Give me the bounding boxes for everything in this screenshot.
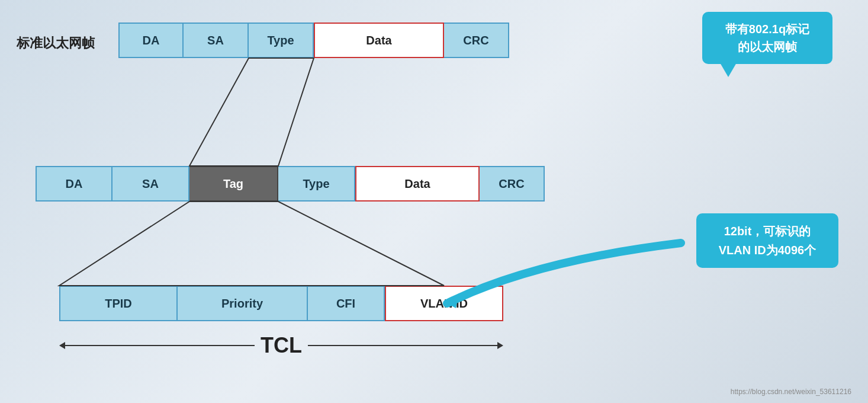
watermark: https://blog.csdn.net/weixin_53611216 (731, 388, 851, 396)
cell-type-mid: Type (278, 166, 355, 202)
frame-row-bot: TPID Priority CFI VLAN ID (59, 286, 503, 321)
svg-marker-1 (59, 202, 444, 286)
bubble-bot-text: 12bit，可标识的 VLAN ID为4096个 (719, 225, 816, 257)
frame-row-top: DA SA Type Data CRC (118, 23, 509, 58)
bubble-bot: 12bit，可标识的 VLAN ID为4096个 (696, 213, 838, 268)
cell-priority: Priority (178, 286, 308, 321)
cell-data-mid: Data (355, 166, 480, 202)
bubble-top-text: 带有802.1q标记 的以太网帧 (725, 23, 809, 53)
bubble-top: 带有802.1q标记 的以太网帧 (702, 12, 832, 64)
cell-sa-mid: SA (112, 166, 189, 202)
cell-tpid: TPID (59, 286, 178, 321)
cell-sa-top: SA (184, 23, 249, 58)
diagram-container: 标准以太网帧 DA SA Type Data CRC DA SA Tag Typ… (0, 0, 868, 403)
tcl-row: TCL (59, 333, 503, 358)
cell-crc-top: CRC (444, 23, 509, 58)
tcl-line-right (308, 345, 497, 346)
tcl-arrow-left (59, 342, 255, 349)
cell-cfi: CFI (308, 286, 385, 321)
cell-tag-mid: Tag (189, 166, 278, 202)
tcl-line-left (65, 345, 255, 346)
cell-da-top: DA (118, 23, 184, 58)
svg-marker-0 (189, 58, 314, 166)
tcl-arrowhead-right (497, 342, 503, 349)
tcl-arrow-right (308, 342, 503, 349)
cell-type-top: Type (249, 23, 314, 58)
frame-row-mid: DA SA Tag Type Data CRC (36, 166, 545, 202)
tcl-text: TCL (261, 333, 302, 358)
tcl-arrowhead-left (59, 342, 65, 349)
cell-vlanid: VLAN ID (385, 286, 503, 321)
cell-crc-mid: CRC (480, 166, 545, 202)
cell-da-mid: DA (36, 166, 112, 202)
cell-data-top: Data (314, 23, 444, 58)
label-standard: 标准以太网帧 (17, 34, 95, 52)
